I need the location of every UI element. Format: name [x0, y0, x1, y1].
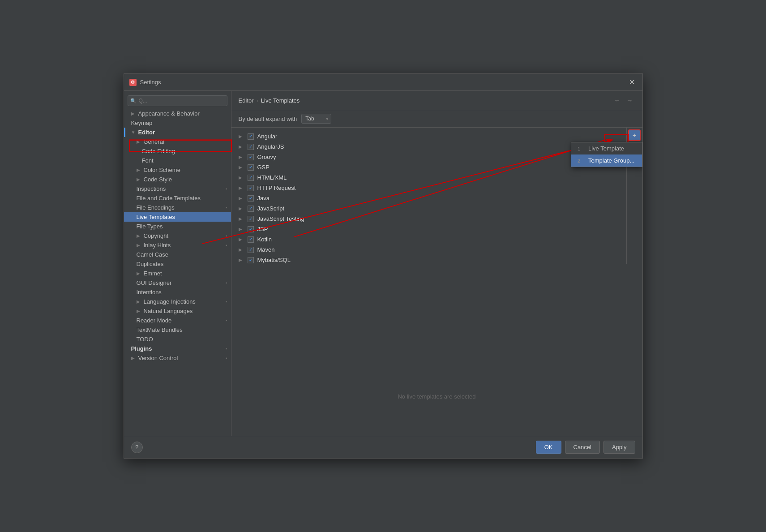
checkbox[interactable] — [248, 144, 254, 150]
cancel-button[interactable]: Cancel — [565, 441, 600, 454]
content-toolbar: By default expand with Tab Enter Space — [231, 110, 642, 128]
search-box[interactable]: 🔍 — [128, 95, 227, 106]
item-label: Mybatis/SQL — [257, 257, 291, 263]
checkbox[interactable] — [248, 175, 254, 181]
checkbox[interactable] — [248, 257, 254, 263]
arrow-icon: ▶ — [137, 243, 142, 248]
ok-button[interactable]: OK — [536, 441, 561, 454]
settings-icon: ▪ — [226, 356, 227, 360]
forward-button[interactable]: → — [625, 95, 635, 105]
sidebar-item-textmate-bundles[interactable]: TextMate Bundles — [124, 325, 231, 335]
sidebar-item-file-types[interactable]: File Types — [124, 222, 231, 231]
expand-with-select-wrap[interactable]: Tab Enter Space — [301, 114, 331, 124]
item-label: Live Template — [588, 145, 624, 152]
sidebar-item-label: Color Scheme — [144, 167, 180, 173]
sidebar-item-color-scheme[interactable]: ▶ Color Scheme — [124, 165, 231, 175]
sidebar-item-duplicates[interactable]: Duplicates — [124, 259, 231, 269]
expand-with-label: By default expand with — [239, 116, 297, 122]
item-label: Java — [257, 195, 270, 202]
checkbox[interactable] — [248, 226, 254, 232]
sidebar-item-camel-case[interactable]: Camel Case — [124, 250, 231, 259]
settings-icon: ▪ — [226, 186, 227, 191]
sidebar-item-natural-languages[interactable]: ▶ Natural Languages — [124, 306, 231, 316]
sidebar-item-version-control[interactable]: ▶ Version Control ▪ — [124, 353, 231, 363]
template-area: ▶ Angular ▶ AngularJS ▶ Groovy — [231, 128, 642, 264]
breadcrumb: Editor › Live Templates — [239, 97, 300, 104]
expand-icon: ▶ — [239, 247, 244, 252]
sidebar-item-label: Appearance & Behavior — [138, 110, 200, 117]
sidebar-item-label: File and Code Templates — [137, 195, 201, 202]
checkbox[interactable] — [248, 236, 254, 243]
sidebar-item-emmet[interactable]: ▶ Emmet — [124, 269, 231, 278]
side-panel: + 1 Live Template 2 Template Group... — [626, 128, 642, 264]
add-button[interactable]: + — [628, 129, 641, 141]
sidebar-item-copyright[interactable]: ▶ Copyright ▪ — [124, 231, 231, 240]
checkbox[interactable] — [248, 247, 254, 253]
sidebar-item-inspections[interactable]: Inspections ▪ — [124, 184, 231, 193]
checkbox[interactable] — [248, 164, 254, 171]
expand-icon: ▶ — [239, 165, 244, 170]
checkbox[interactable] — [248, 195, 254, 202]
dropdown-item-live-template[interactable]: 1 Live Template — [571, 142, 642, 154]
sidebar-item-font[interactable]: Font — [124, 156, 231, 165]
checkbox[interactable] — [248, 133, 254, 140]
list-item[interactable]: ▶ AngularJS — [231, 142, 626, 152]
sidebar-item-editor[interactable]: ▼ Editor — [124, 128, 231, 137]
breadcrumb-separator: › — [256, 97, 258, 104]
checkbox[interactable] — [248, 216, 254, 222]
arrow-icon: ▶ — [137, 271, 142, 276]
checkbox[interactable] — [248, 206, 254, 212]
item-number: 1 — [578, 146, 585, 151]
checkbox[interactable] — [248, 154, 254, 160]
list-item[interactable]: ▶ Java — [231, 193, 626, 203]
sidebar-item-label: File Types — [137, 223, 163, 230]
list-item[interactable]: ▶ JavaScript Testing — [231, 214, 626, 224]
sidebar-item-live-templates[interactable]: Live Templates — [124, 212, 231, 222]
expand-icon: ▶ — [239, 196, 244, 201]
sidebar-item-todo[interactable]: TODO — [124, 335, 231, 344]
back-button[interactable]: ← — [612, 95, 623, 105]
sidebar-item-plugins[interactable]: Plugins ▪ — [124, 344, 231, 353]
sidebar-item-reader-mode[interactable]: Reader Mode ▪ — [124, 316, 231, 325]
item-label: GSP — [257, 164, 270, 171]
list-item[interactable]: ▶ HTML/XML — [231, 172, 626, 183]
sidebar-item-file-code-templates[interactable]: File and Code Templates — [124, 193, 231, 203]
sidebar-item-inlay-hints[interactable]: ▶ Inlay Hints ▪ — [124, 240, 231, 250]
main-content: Editor › Live Templates ← → By default e… — [231, 91, 642, 436]
item-label: Angular — [257, 133, 278, 140]
item-label: JavaScript — [257, 205, 285, 212]
list-item[interactable]: ▶ GSP — [231, 162, 626, 172]
sidebar-item-file-encodings[interactable]: File Encodings ▪ — [124, 203, 231, 212]
sidebar-item-keymap[interactable]: Keymap — [124, 118, 231, 128]
list-item[interactable]: ▶ JSP — [231, 224, 626, 234]
sidebar-item-label: Reader Mode — [137, 317, 172, 324]
sidebar-item-gui-designer[interactable]: GUI Designer ▪ — [124, 278, 231, 287]
list-item[interactable]: ▶ Kotlin — [231, 234, 626, 245]
arrow-icon: ▶ — [137, 299, 142, 304]
help-button[interactable]: ? — [131, 442, 143, 453]
close-button[interactable]: ✕ — [627, 77, 637, 87]
sidebar-item-code-editing[interactable]: Code Editing — [124, 146, 231, 156]
sidebar-item-code-style[interactable]: ▶ Code Style — [124, 175, 231, 184]
sidebar-item-intentions[interactable]: Intentions — [124, 287, 231, 297]
checkbox[interactable] — [248, 185, 254, 191]
arrow-icon: ▶ — [137, 167, 142, 172]
search-input[interactable] — [128, 95, 227, 106]
sidebar-item-appearance[interactable]: ▶ Appearance & Behavior — [124, 109, 231, 118]
expand-icon: ▶ — [239, 216, 244, 221]
list-item[interactable]: ▶ HTTP Request — [231, 183, 626, 193]
list-item[interactable]: ▶ JavaScript — [231, 203, 626, 214]
apply-button[interactable]: Apply — [603, 441, 635, 454]
sidebar-item-label: Plugins — [131, 345, 152, 352]
expand-with-select[interactable]: Tab Enter Space — [301, 114, 331, 124]
sidebar-item-general[interactable]: ▶ General — [124, 137, 231, 146]
list-item[interactable]: ▶ Mybatis/SQL — [231, 255, 626, 264]
list-item[interactable]: ▶ Maven — [231, 245, 626, 255]
list-item[interactable]: ▶ Angular — [231, 131, 626, 142]
dropdown-item-template-group[interactable]: 2 Template Group... — [571, 154, 642, 167]
add-button-container: + 1 Live Template 2 Template Group... — [628, 129, 641, 141]
sidebar-item-language-injections[interactable]: ▶ Language Injections ▪ — [124, 297, 231, 306]
dialog-body: 🔍 ▶ Appearance & Behavior Keymap ▼ Edito… — [124, 91, 642, 436]
list-item[interactable]: ▶ Groovy — [231, 152, 626, 162]
settings-icon: ▪ — [226, 205, 227, 210]
